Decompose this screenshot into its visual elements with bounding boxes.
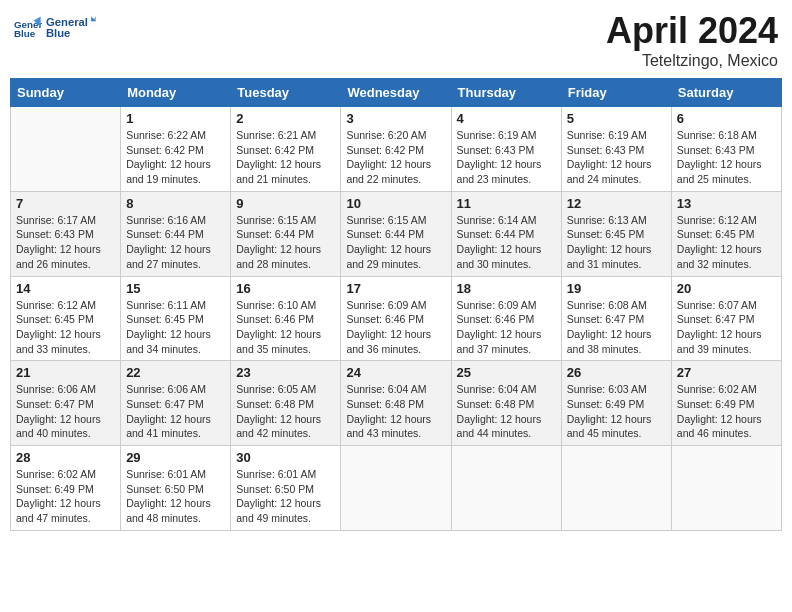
day-number: 23 [236,365,335,380]
day-info: Sunrise: 6:01 AMSunset: 6:50 PMDaylight:… [236,467,335,526]
day-info: Sunrise: 6:13 AMSunset: 6:45 PMDaylight:… [567,213,666,272]
day-info: Sunrise: 6:09 AMSunset: 6:46 PMDaylight:… [346,298,445,357]
weekday-header-cell: Wednesday [341,79,451,107]
calendar-cell [451,446,561,531]
day-number: 9 [236,196,335,211]
day-info: Sunrise: 6:01 AMSunset: 6:50 PMDaylight:… [126,467,225,526]
calendar-cell [341,446,451,531]
day-number: 14 [16,281,115,296]
calendar-cell: 8Sunrise: 6:16 AMSunset: 6:44 PMDaylight… [121,191,231,276]
calendar-cell: 2Sunrise: 6:21 AMSunset: 6:42 PMDaylight… [231,107,341,192]
day-info: Sunrise: 6:15 AMSunset: 6:44 PMDaylight:… [346,213,445,272]
day-number: 30 [236,450,335,465]
calendar-cell: 9Sunrise: 6:15 AMSunset: 6:44 PMDaylight… [231,191,341,276]
day-info: Sunrise: 6:19 AMSunset: 6:43 PMDaylight:… [457,128,556,187]
weekday-header-cell: Monday [121,79,231,107]
day-number: 29 [126,450,225,465]
logo: General Blue General Blue [14,10,96,48]
day-number: 11 [457,196,556,211]
day-info: Sunrise: 6:22 AMSunset: 6:42 PMDaylight:… [126,128,225,187]
calendar-cell: 13Sunrise: 6:12 AMSunset: 6:45 PMDayligh… [671,191,781,276]
calendar-cell: 16Sunrise: 6:10 AMSunset: 6:46 PMDayligh… [231,276,341,361]
calendar-cell: 15Sunrise: 6:11 AMSunset: 6:45 PMDayligh… [121,276,231,361]
day-info: Sunrise: 6:06 AMSunset: 6:47 PMDaylight:… [126,382,225,441]
day-number: 10 [346,196,445,211]
day-number: 13 [677,196,776,211]
day-info: Sunrise: 6:11 AMSunset: 6:45 PMDaylight:… [126,298,225,357]
weekday-header-cell: Thursday [451,79,561,107]
calendar-cell: 5Sunrise: 6:19 AMSunset: 6:43 PMDaylight… [561,107,671,192]
calendar-week-row: 21Sunrise: 6:06 AMSunset: 6:47 PMDayligh… [11,361,782,446]
day-number: 24 [346,365,445,380]
day-number: 22 [126,365,225,380]
day-number: 8 [126,196,225,211]
calendar-table: SundayMondayTuesdayWednesdayThursdayFrid… [10,78,782,531]
day-number: 21 [16,365,115,380]
calendar-cell: 24Sunrise: 6:04 AMSunset: 6:48 PMDayligh… [341,361,451,446]
title-block: April 2024 Teteltzingo, Mexico [606,10,778,70]
day-number: 2 [236,111,335,126]
calendar-cell [561,446,671,531]
day-info: Sunrise: 6:12 AMSunset: 6:45 PMDaylight:… [16,298,115,357]
calendar-cell [671,446,781,531]
svg-text:General: General [46,16,88,28]
calendar-cell: 6Sunrise: 6:18 AMSunset: 6:43 PMDaylight… [671,107,781,192]
day-number: 18 [457,281,556,296]
calendar-cell: 27Sunrise: 6:02 AMSunset: 6:49 PMDayligh… [671,361,781,446]
day-info: Sunrise: 6:07 AMSunset: 6:47 PMDaylight:… [677,298,776,357]
calendar-cell: 25Sunrise: 6:04 AMSunset: 6:48 PMDayligh… [451,361,561,446]
day-info: Sunrise: 6:02 AMSunset: 6:49 PMDaylight:… [16,467,115,526]
day-number: 3 [346,111,445,126]
day-info: Sunrise: 6:20 AMSunset: 6:42 PMDaylight:… [346,128,445,187]
day-number: 7 [16,196,115,211]
calendar-cell [11,107,121,192]
day-number: 26 [567,365,666,380]
weekday-header-cell: Tuesday [231,79,341,107]
day-number: 28 [16,450,115,465]
calendar-cell: 10Sunrise: 6:15 AMSunset: 6:44 PMDayligh… [341,191,451,276]
page-header: General Blue General Blue April 2024 Tet… [10,10,782,70]
calendar-cell: 23Sunrise: 6:05 AMSunset: 6:48 PMDayligh… [231,361,341,446]
day-number: 25 [457,365,556,380]
calendar-week-row: 28Sunrise: 6:02 AMSunset: 6:49 PMDayligh… [11,446,782,531]
day-info: Sunrise: 6:17 AMSunset: 6:43 PMDaylight:… [16,213,115,272]
svg-text:Blue: Blue [46,27,70,39]
calendar-body: 1Sunrise: 6:22 AMSunset: 6:42 PMDaylight… [11,107,782,531]
day-info: Sunrise: 6:15 AMSunset: 6:44 PMDaylight:… [236,213,335,272]
day-number: 20 [677,281,776,296]
day-number: 27 [677,365,776,380]
calendar-cell: 20Sunrise: 6:07 AMSunset: 6:47 PMDayligh… [671,276,781,361]
calendar-week-row: 7Sunrise: 6:17 AMSunset: 6:43 PMDaylight… [11,191,782,276]
day-info: Sunrise: 6:05 AMSunset: 6:48 PMDaylight:… [236,382,335,441]
day-number: 5 [567,111,666,126]
day-info: Sunrise: 6:06 AMSunset: 6:47 PMDaylight:… [16,382,115,441]
day-number: 1 [126,111,225,126]
calendar-cell: 12Sunrise: 6:13 AMSunset: 6:45 PMDayligh… [561,191,671,276]
day-info: Sunrise: 6:04 AMSunset: 6:48 PMDaylight:… [346,382,445,441]
calendar-week-row: 1Sunrise: 6:22 AMSunset: 6:42 PMDaylight… [11,107,782,192]
calendar-cell: 7Sunrise: 6:17 AMSunset: 6:43 PMDaylight… [11,191,121,276]
day-info: Sunrise: 6:12 AMSunset: 6:45 PMDaylight:… [677,213,776,272]
day-info: Sunrise: 6:03 AMSunset: 6:49 PMDaylight:… [567,382,666,441]
svg-text:Blue: Blue [14,28,36,39]
day-info: Sunrise: 6:18 AMSunset: 6:43 PMDaylight:… [677,128,776,187]
calendar-cell: 29Sunrise: 6:01 AMSunset: 6:50 PMDayligh… [121,446,231,531]
calendar-cell: 3Sunrise: 6:20 AMSunset: 6:42 PMDaylight… [341,107,451,192]
calendar-cell: 11Sunrise: 6:14 AMSunset: 6:44 PMDayligh… [451,191,561,276]
day-number: 4 [457,111,556,126]
calendar-cell: 14Sunrise: 6:12 AMSunset: 6:45 PMDayligh… [11,276,121,361]
weekday-header-cell: Sunday [11,79,121,107]
calendar-cell: 30Sunrise: 6:01 AMSunset: 6:50 PMDayligh… [231,446,341,531]
day-info: Sunrise: 6:21 AMSunset: 6:42 PMDaylight:… [236,128,335,187]
calendar-cell: 4Sunrise: 6:19 AMSunset: 6:43 PMDaylight… [451,107,561,192]
day-info: Sunrise: 6:14 AMSunset: 6:44 PMDaylight:… [457,213,556,272]
calendar-cell: 28Sunrise: 6:02 AMSunset: 6:49 PMDayligh… [11,446,121,531]
day-info: Sunrise: 6:02 AMSunset: 6:49 PMDaylight:… [677,382,776,441]
weekday-header-cell: Saturday [671,79,781,107]
logo-svg: General Blue [46,10,96,48]
day-info: Sunrise: 6:04 AMSunset: 6:48 PMDaylight:… [457,382,556,441]
logo-icon: General Blue [14,15,42,43]
calendar-cell: 22Sunrise: 6:06 AMSunset: 6:47 PMDayligh… [121,361,231,446]
day-info: Sunrise: 6:09 AMSunset: 6:46 PMDaylight:… [457,298,556,357]
day-info: Sunrise: 6:19 AMSunset: 6:43 PMDaylight:… [567,128,666,187]
